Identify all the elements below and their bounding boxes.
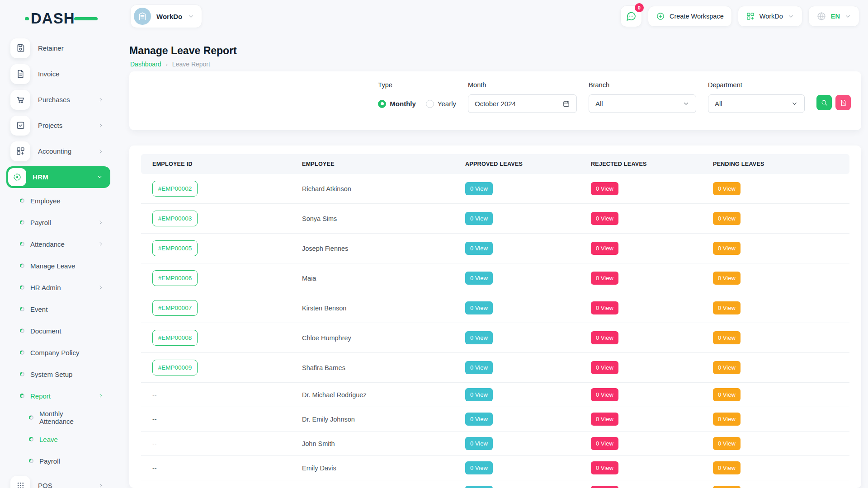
purchases-icon (16, 95, 25, 104)
sidebar-subitem-company-policy[interactable]: Company Policy (0, 342, 117, 363)
sidebar-subitem-document[interactable]: Document (0, 320, 117, 342)
approved-view-button[interactable]: 0 View (465, 486, 493, 488)
employee-id-button[interactable]: #EMP00006 (152, 270, 198, 286)
approved-view-button[interactable]: 0 View (465, 361, 493, 374)
radio-yearly[interactable]: Yearly (426, 100, 456, 108)
pending-view-button[interactable]: 0 View (713, 413, 741, 426)
sidebar-subitem-leave[interactable]: Leave (0, 428, 117, 450)
pending-view-button[interactable]: 0 View (713, 461, 741, 474)
pending-view-button[interactable]: 0 View (713, 331, 741, 344)
employee-id-button[interactable]: #EMP00009 (152, 360, 198, 375)
col-approved-leaves: APPROVED LEAVES (465, 161, 591, 167)
rejected-view-button[interactable]: 0 View (591, 301, 618, 314)
app-switcher-button[interactable]: WorkDo (738, 6, 802, 27)
rejected-view-button[interactable]: 0 View (591, 272, 618, 285)
reset-filter-button[interactable] (835, 95, 851, 110)
table-row: #EMP00007 Kirsten Benson 0 View 0 View 0… (141, 293, 849, 323)
plus-circle-icon (656, 12, 665, 21)
reset-icon (840, 99, 847, 107)
sidebar-subitem-employee[interactable]: Employee (0, 190, 117, 211)
department-filter-group: Department All (708, 81, 805, 113)
sidebar-subitem-event[interactable]: Event (0, 298, 117, 320)
approved-view-button[interactable]: 0 View (465, 413, 493, 426)
approved-view-button[interactable]: 0 View (465, 388, 493, 401)
approved-view-button[interactable]: 0 View (465, 272, 493, 285)
approved-view-button[interactable]: 0 View (465, 437, 493, 450)
sidebar-subitem-manage-leave[interactable]: Manage Leave (0, 255, 117, 277)
approved-view-button[interactable]: 0 View (465, 212, 493, 225)
sidebar-subitem-payroll[interactable]: Payroll (0, 211, 117, 233)
approved-view-button[interactable]: 0 View (465, 301, 493, 314)
sidebar-item-retainer[interactable]: Retainer (0, 35, 117, 61)
sidebar-subitem-payroll[interactable]: Payroll (0, 450, 117, 472)
radio-monthly-label: Monthly (390, 100, 416, 108)
month-input[interactable]: October 2024 (468, 94, 577, 113)
bullet-icon (20, 198, 24, 203)
radio-unselected-icon[interactable] (426, 100, 434, 108)
rejected-view-button[interactable]: 0 View (591, 388, 618, 401)
branch-select[interactable]: All (589, 94, 696, 113)
radio-monthly[interactable]: Monthly (378, 100, 416, 108)
sidebar-subitem-attendance[interactable]: Attendance (0, 233, 117, 255)
pending-view-button[interactable]: 0 View (713, 437, 741, 450)
messages-count-badge: 0 (635, 3, 644, 12)
table-row: -- Dr. Emily Johnson 0 View 0 View 0 Vie… (141, 407, 849, 432)
employee-name: Dr. Michael Rodriguez (302, 391, 465, 399)
retainer-icon (16, 43, 25, 53)
pending-view-button[interactable]: 0 View (713, 242, 741, 255)
calendar-icon[interactable] (562, 100, 570, 108)
pending-view-button[interactable]: 0 View (713, 486, 741, 488)
filter-card: Type Monthly Yearly Month October 2024 B… (129, 71, 861, 130)
bullet-icon (29, 437, 33, 441)
employee-name: John Smith (302, 440, 465, 447)
language-selector[interactable]: EN (808, 6, 859, 27)
pending-view-button[interactable]: 0 View (713, 182, 741, 195)
approved-view-button[interactable]: 0 View (465, 182, 493, 195)
rejected-view-button[interactable]: 0 View (591, 331, 618, 344)
employee-id-button[interactable]: #EMP00003 (152, 211, 198, 226)
rejected-view-button[interactable]: 0 View (591, 361, 618, 374)
chevron-right-icon (98, 483, 104, 488)
rejected-view-button[interactable]: 0 View (591, 486, 618, 488)
page-title: Manage Leave Report (129, 45, 237, 57)
rejected-view-button[interactable]: 0 View (591, 461, 618, 474)
create-workspace-button[interactable]: Create Workspace (648, 6, 732, 27)
sidebar-item-purchases[interactable]: Purchases (0, 87, 117, 113)
search-button[interactable] (816, 95, 832, 110)
bullet-icon (20, 307, 24, 311)
rejected-view-button[interactable]: 0 View (591, 242, 618, 255)
sidebar-subitem-monthly-attendance[interactable]: Monthly Attendance (0, 407, 117, 428)
employee-id-button[interactable]: #EMP00005 (152, 240, 198, 256)
sidebar-item-hrm[interactable]: HRM (6, 166, 110, 188)
pending-view-button[interactable]: 0 View (713, 272, 741, 285)
sidebar-item-invoice[interactable]: Invoice (0, 61, 117, 87)
workspace-selector[interactable]: WorkDo (130, 5, 202, 28)
pending-view-button[interactable]: 0 View (713, 301, 741, 314)
department-select[interactable]: All (708, 94, 805, 113)
breadcrumb-dashboard-link[interactable]: Dashboard (130, 61, 161, 68)
rejected-view-button[interactable]: 0 View (591, 212, 618, 225)
messages-button[interactable]: 0 (620, 5, 642, 27)
sidebar-subitem-report[interactable]: Report (0, 385, 117, 407)
pending-view-button[interactable]: 0 View (713, 361, 741, 374)
pending-view-button[interactable]: 0 View (713, 388, 741, 401)
sidebar-item-label: Purchases (38, 96, 70, 103)
rejected-view-button[interactable]: 0 View (591, 413, 618, 426)
approved-view-button[interactable]: 0 View (465, 331, 493, 344)
sidebar-item-accounting[interactable]: Accounting (0, 138, 117, 164)
sidebar-subitem-hr-admin[interactable]: HR Admin (0, 277, 117, 298)
employee-id-button[interactable]: #EMP00002 (152, 181, 198, 197)
rejected-view-button[interactable]: 0 View (591, 182, 618, 195)
employee-id-button[interactable]: #EMP00007 (152, 300, 198, 316)
rejected-view-button[interactable]: 0 View (591, 437, 618, 450)
sidebar-item-pos[interactable]: POS (0, 473, 117, 488)
sidebar-subitem-system-setup[interactable]: System Setup (0, 363, 117, 385)
sidebar-item-projects[interactable]: Projects (0, 113, 117, 138)
employee-id-button[interactable]: #EMP00008 (152, 330, 198, 346)
pending-view-button[interactable]: 0 View (713, 212, 741, 225)
table-body: #EMP00002 Richard Atkinson 0 View 0 View… (141, 174, 849, 488)
approved-view-button[interactable]: 0 View (465, 461, 493, 474)
approved-view-button[interactable]: 0 View (465, 242, 493, 255)
radio-selected-icon[interactable] (378, 100, 386, 108)
bullet-icon (20, 285, 24, 290)
